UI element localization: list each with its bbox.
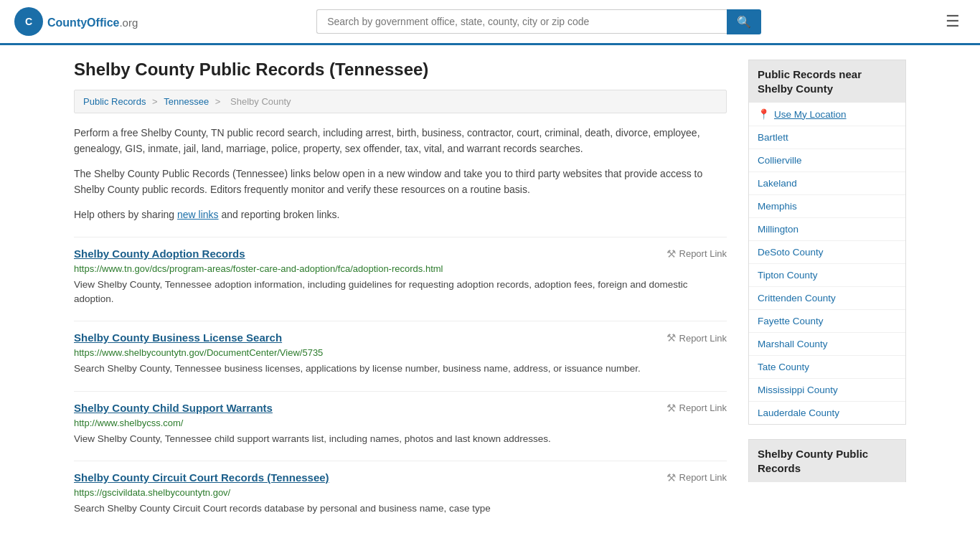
sidebar: Public Records near Shelby County 📍 Use …	[748, 60, 906, 516]
sidebar-location-item: Lauderdale County	[749, 402, 905, 424]
description-3-prefix: Help others by sharing	[74, 209, 177, 220]
record-url[interactable]: https://www.tn.gov/dcs/program-areas/fos…	[74, 263, 727, 274]
menu-button[interactable]: ☰	[940, 9, 966, 34]
svg-text:C: C	[25, 16, 32, 27]
location-pin-icon: 📍	[758, 108, 770, 120]
nearby-location-link[interactable]: DeSoto County	[758, 247, 824, 258]
nearby-location-link[interactable]: Lakeland	[758, 178, 797, 189]
logo-icon: C	[14, 7, 43, 36]
logo-area: C CountyOffice.org	[14, 7, 138, 36]
sidebar-location-item: Mississippi County	[749, 379, 905, 402]
report-link-btn[interactable]: ⚒ Report Link	[666, 471, 727, 484]
nearby-location-link[interactable]: Millington	[758, 224, 798, 235]
sidebar-location-item: Memphis	[749, 195, 905, 218]
description-1: Perform a free Shelby County, TN public …	[74, 125, 727, 157]
sidebar-location-item: Tipton County	[749, 264, 905, 287]
search-icon: 🔍	[737, 16, 751, 28]
sidebar-location-item: DeSoto County	[749, 241, 905, 264]
breadcrumb-shelby-county: Shelby County	[230, 96, 291, 107]
nearby-location-link[interactable]: Crittenden County	[758, 293, 836, 303]
search-input[interactable]	[316, 9, 727, 34]
sidebar-location-item: Lakeland	[749, 172, 905, 195]
record-title-link[interactable]: Shelby County Business License Search	[74, 331, 282, 344]
header-right: ☰	[940, 9, 966, 34]
nearby-location-link[interactable]: Memphis	[758, 201, 797, 212]
search-button[interactable]: 🔍	[727, 9, 761, 34]
description-3: Help others by sharing new links and rep…	[74, 207, 727, 222]
record-title-link[interactable]: Shelby County Circuit Court Records (Ten…	[74, 471, 329, 484]
nearby-location-link[interactable]: Mississippi County	[758, 385, 838, 395]
description-2: The Shelby County Public Records (Tennes…	[74, 166, 727, 198]
nearby-locations-container: BartlettColliervilleLakelandMemphisMilli…	[749, 126, 905, 424]
record-title-row: Shelby County Circuit Court Records (Ten…	[74, 471, 727, 484]
record-entry: Shelby County Child Support Warrants ⚒ R…	[74, 391, 727, 446]
report-link-btn[interactable]: ⚒ Report Link	[666, 248, 727, 260]
nearby-location-link[interactable]: Marshall County	[758, 339, 828, 349]
breadcrumb: Public Records > Tennessee > Shelby Coun…	[74, 90, 727, 113]
nearby-location-link[interactable]: Bartlett	[758, 132, 788, 143]
breadcrumb-separator-2: >	[215, 96, 223, 107]
record-title-row: Shelby County Business License Search ⚒ …	[74, 331, 727, 344]
breadcrumb-separator-1: >	[152, 96, 160, 107]
sidebar-location-item: Crittenden County	[749, 287, 905, 310]
sidebar-location-item: Fayette County	[749, 310, 905, 333]
sidebar-location-item: Millington	[749, 218, 905, 241]
sidebar-location-item: Collierville	[749, 149, 905, 172]
nearby-location-link[interactable]: Lauderdale County	[758, 408, 839, 418]
report-link-btn[interactable]: ⚒ Report Link	[666, 402, 727, 415]
page-title: Shelby County Public Records (Tennessee)	[74, 60, 727, 80]
main-container: Shelby County Public Records (Tennessee)…	[60, 45, 920, 530]
sidebar-location-item: Tate County	[749, 356, 905, 379]
description-3-suffix: and reporting broken links.	[219, 209, 340, 220]
record-url[interactable]: https://gscivildata.shelbycountytn.gov/	[74, 487, 727, 498]
site-header: C CountyOffice.org 🔍 ☰	[0, 0, 980, 45]
record-title-row: Shelby County Child Support Warrants ⚒ R…	[74, 402, 727, 415]
site-logo-text[interactable]: CountyOffice.org	[47, 14, 138, 30]
report-link-label: Report Link	[679, 402, 727, 413]
use-my-location-link[interactable]: Use My Location	[774, 109, 847, 120]
nearby-location-link[interactable]: Collierville	[758, 155, 802, 166]
new-links-link[interactable]: new links	[177, 209, 219, 220]
record-title-row: Shelby County Adoption Records ⚒ Report …	[74, 248, 727, 260]
record-entry: Shelby County Circuit Court Records (Ten…	[74, 461, 727, 516]
record-description: Search Shelby County Circuit Court recor…	[74, 501, 727, 516]
nearby-location-link[interactable]: Tate County	[758, 362, 809, 372]
hamburger-icon: ☰	[946, 12, 960, 30]
record-title-link[interactable]: Shelby County Adoption Records	[74, 248, 245, 260]
report-icon: ⚒	[666, 471, 676, 484]
nearby-section-title: Public Records near Shelby County	[748, 60, 906, 103]
record-entry: Shelby County Business License Search ⚒ …	[74, 321, 727, 376]
breadcrumb-public-records[interactable]: Public Records	[83, 96, 146, 107]
nearby-location-link[interactable]: Fayette County	[758, 316, 824, 326]
record-description: View Shelby County, Tennessee child supp…	[74, 432, 727, 446]
report-icon: ⚒	[666, 331, 676, 344]
records-container: Shelby County Adoption Records ⚒ Report …	[74, 237, 727, 516]
report-link-btn[interactable]: ⚒ Report Link	[666, 331, 727, 344]
nearby-location-link[interactable]: Tipton County	[758, 270, 818, 281]
nearby-list: 📍 Use My Location BartlettColliervilleLa…	[748, 103, 906, 425]
search-area: 🔍	[316, 9, 761, 34]
report-link-label: Report Link	[679, 333, 727, 344]
report-link-label: Report Link	[679, 248, 727, 259]
report-icon: ⚒	[666, 248, 676, 260]
report-icon: ⚒	[666, 402, 676, 415]
sidebar-location-item: Marshall County	[749, 333, 905, 356]
record-entry: Shelby County Adoption Records ⚒ Report …	[74, 237, 727, 307]
content-area: Shelby County Public Records (Tennessee)…	[74, 60, 727, 516]
record-url[interactable]: http://www.shelbycss.com/	[74, 418, 727, 428]
county-section-title: Shelby County Public Records	[748, 439, 906, 482]
report-link-label: Report Link	[679, 472, 727, 483]
record-description: Search Shelby County, Tennessee business…	[74, 362, 727, 376]
record-url[interactable]: https://www.shelbycountytn.gov/DocumentC…	[74, 347, 727, 358]
record-title-link[interactable]: Shelby County Child Support Warrants	[74, 402, 273, 414]
record-description: View Shelby County, Tennessee adoption i…	[74, 278, 727, 307]
use-my-location-item: 📍 Use My Location	[749, 103, 905, 126]
sidebar-location-item: Bartlett	[749, 126, 905, 149]
breadcrumb-tennessee[interactable]: Tennessee	[164, 96, 209, 107]
